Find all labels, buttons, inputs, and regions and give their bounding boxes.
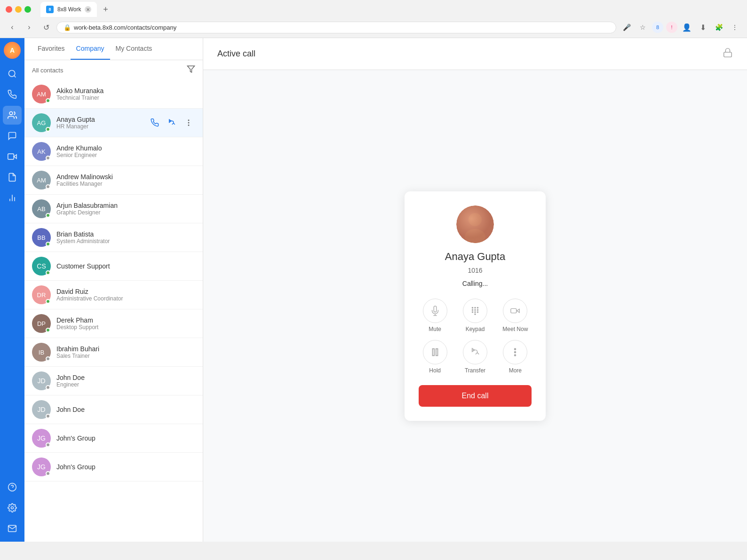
tab-company[interactable]: Company (71, 38, 110, 60)
contact-avatar: AM (32, 171, 51, 189)
forward-button[interactable]: › (23, 21, 36, 34)
ext4-icon[interactable]: ⬇ (696, 21, 709, 34)
ext1-icon[interactable]: 8 (652, 22, 663, 33)
contact-item[interactable]: DR David Ruiz Administrative Coordinator (24, 281, 203, 309)
contact-item[interactable]: AM Andrew Malinowski Facilities Manager (24, 166, 203, 195)
main-header: Active call (203, 38, 747, 70)
contact-item[interactable]: IB Ibrahim Buhari Sales Trainer (24, 338, 203, 367)
contact-item[interactable]: AB Arjun Balasubramian Graphic Designer (24, 195, 203, 223)
contacts-header: All contacts (24, 60, 203, 80)
user-avatar[interactable]: A (4, 42, 21, 59)
contact-avatar: JG (32, 457, 51, 476)
nav-support[interactable] (3, 478, 22, 497)
contact-info: Arjun Balasubramian Graphic Designer (56, 202, 195, 216)
active-tab[interactable]: 8 8x8 Work ✕ (40, 2, 97, 17)
status-dot (46, 156, 50, 160)
nav-mail[interactable] (3, 519, 22, 538)
tab-favorites[interactable]: Favorites (32, 38, 71, 60)
close-window-button[interactable] (6, 6, 12, 13)
titlebar: 8 8x8 Work ✕ + (0, 0, 747, 19)
tab-title: 8x8 Work (57, 6, 81, 13)
contact-item[interactable]: JG John's Group (24, 453, 203, 481)
transfer-button[interactable]: Transfer (459, 340, 491, 374)
contact-item[interactable]: JD John Doe Engineer (24, 367, 203, 395)
left-nav: A (0, 38, 24, 542)
refresh-button[interactable]: ↺ (40, 21, 53, 34)
contact-name: Andre Khumalo (56, 144, 195, 152)
ext3-icon[interactable]: 👤 (680, 21, 693, 34)
url-bar[interactable]: 🔒 work-beta.8x8.com/contacts/company (56, 22, 616, 33)
nav-contacts[interactable] (3, 106, 22, 125)
nav-settings[interactable] (3, 498, 22, 517)
contact-role: Administrative Coordinator (56, 295, 195, 302)
transfer-small-icon[interactable] (165, 116, 178, 129)
mic-icon[interactable]: 🎤 (620, 21, 633, 34)
contact-role: Technical Trainer (56, 95, 195, 101)
contact-item[interactable]: DP Derek Pham Desktop Support (24, 309, 203, 338)
nav-analytics[interactable] (3, 189, 22, 207)
end-call-button[interactable]: End call (419, 385, 532, 407)
nav-video[interactable] (3, 147, 22, 166)
back-button[interactable]: ‹ (6, 21, 19, 34)
more-label: More (509, 367, 522, 374)
status-dot (46, 270, 50, 275)
contact-name: John Doe (56, 374, 195, 381)
contact-avatar: CS (32, 257, 51, 276)
status-dot (46, 242, 50, 246)
caller-ext: 1016 (468, 267, 482, 274)
contacts-tabs: Favorites Company My Contacts (24, 38, 203, 60)
contact-role: Senior Engineer (56, 152, 195, 158)
extensions-icon[interactable]: 🧩 (712, 21, 725, 34)
lock-icon[interactable] (723, 47, 733, 60)
contact-item[interactable]: AG Anaya Gupta HR Manager (24, 109, 203, 137)
contact-name: Derek Pham (56, 316, 195, 324)
nav-search[interactable] (3, 64, 22, 83)
app-container: A Fa (0, 38, 747, 542)
bookmark-icon[interactable]: ☆ (636, 21, 649, 34)
contact-name: David Ruiz (56, 288, 195, 295)
mute-button[interactable]: Mute (419, 299, 451, 332)
contact-avatar: JD (32, 400, 51, 419)
nav-notes[interactable] (3, 168, 22, 187)
contact-name: John Doe (56, 406, 195, 413)
new-tab-button[interactable]: + (99, 3, 112, 16)
nav-messages[interactable] (3, 126, 22, 145)
nav-phone[interactable] (3, 85, 22, 104)
status-dot (46, 356, 50, 361)
contact-info: John Doe (56, 406, 195, 413)
more-actions-icon[interactable] (182, 116, 195, 129)
contact-avatar: JD (32, 371, 51, 390)
svg-point-24 (477, 307, 478, 308)
menu-icon[interactable]: ⋮ (728, 21, 741, 34)
mute-label: Mute (429, 326, 441, 332)
hold-button[interactable]: Hold (419, 340, 451, 374)
svg-point-23 (475, 307, 476, 308)
tab-favicon: 8 (46, 6, 54, 13)
more-button[interactable]: More (499, 340, 532, 374)
keypad-button[interactable]: Keypad (459, 299, 491, 332)
contact-info: Brian Batista System Administrator (56, 230, 195, 245)
filter-icon[interactable] (187, 65, 195, 75)
meet-now-button[interactable]: Meet Now (499, 299, 532, 332)
contact-info: Derek Pham Desktop Support (56, 316, 195, 331)
maximize-window-button[interactable] (24, 6, 31, 13)
tab-my-contacts[interactable]: My Contacts (110, 38, 158, 60)
contact-item[interactable]: AM Akiko Muranaka Technical Trainer (24, 80, 203, 109)
contact-item[interactable]: JG John's Group (24, 424, 203, 453)
contact-item[interactable]: CS Customer Support (24, 252, 203, 281)
ext2-icon[interactable]: ! (666, 22, 677, 33)
contact-avatar: JG (32, 429, 51, 448)
svg-rect-34 (436, 348, 437, 355)
contact-item[interactable]: AK Andre Khumalo Senior Engineer (24, 137, 203, 166)
tab-close-button[interactable]: ✕ (85, 6, 91, 13)
call-icon[interactable] (148, 116, 161, 129)
keypad-label: Keypad (466, 326, 485, 332)
meet-now-label: Meet Now (502, 326, 528, 332)
minimize-window-button[interactable] (15, 6, 22, 13)
contact-info: John Doe Engineer (56, 374, 195, 388)
contact-item[interactable]: JD John Doe (24, 395, 203, 424)
contact-item[interactable]: BB Brian Batista System Administrator (24, 223, 203, 252)
svg-rect-32 (511, 308, 517, 313)
svg-point-12 (188, 120, 189, 121)
contact-name: Arjun Balasubramian (56, 202, 195, 209)
